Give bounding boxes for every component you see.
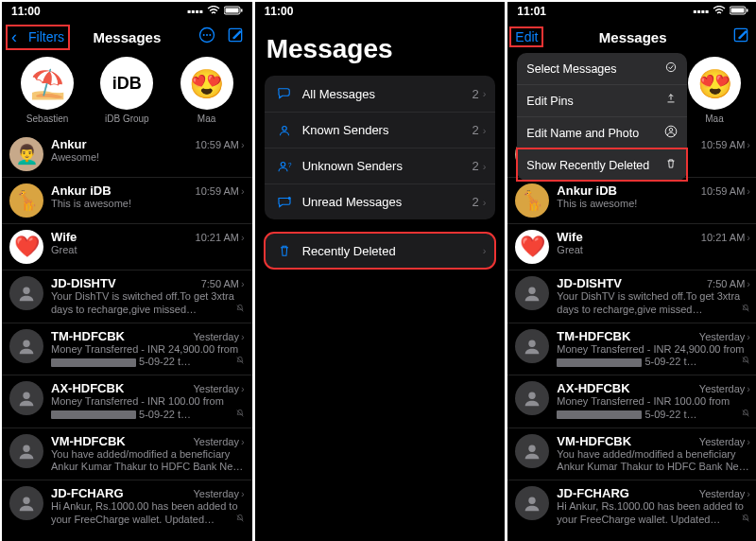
status-bar: 11:00 ▪▪▪▪ bbox=[2, 2, 252, 21]
status-time: 11:01 bbox=[517, 5, 546, 18]
edit-button[interactable]: Edit bbox=[509, 26, 543, 47]
conversation-row[interactable]: JD-FCHARGYesterday ›Hi Ankur, Rs.1000.00… bbox=[2, 480, 252, 532]
conversation-row[interactable]: JD-DISHTV7:50 AM ›Your DishTV is switche… bbox=[2, 270, 252, 323]
conversation-row[interactable]: AX-HDFCBKYesterday ›Money Transferred - … bbox=[507, 375, 756, 428]
svg-rect-2 bbox=[241, 9, 243, 12]
conversation-time: Yesterday › bbox=[193, 436, 244, 447]
conversation-row[interactable]: ❤️Wife10:21 AM ›Great bbox=[507, 223, 756, 270]
filter-label: Known Senders bbox=[302, 123, 472, 137]
chevron-right-icon: › bbox=[747, 488, 750, 499]
conversation-row[interactable]: ❤️Wife10:21 AM ›Great bbox=[2, 223, 252, 270]
conversation-preview: Money Transferred - INR 24,900.00 from 5… bbox=[557, 343, 750, 370]
conversation-row[interactable]: 👨‍🦱Ankur10:59 AM ›Awesome! bbox=[2, 131, 252, 177]
filter-row[interactable]: ?Unknown Senders2› bbox=[265, 148, 496, 183]
menu-icon bbox=[664, 61, 678, 77]
conversation-body: JD-FCHARGYesterday ›Hi Ankur, Rs.1000.00… bbox=[557, 486, 750, 527]
pinned-contact[interactable]: ⛱️Sebastien bbox=[21, 57, 74, 124]
svg-point-27 bbox=[529, 445, 536, 451]
recently-deleted-card[interactable]: Recently Deleted › bbox=[265, 233, 496, 269]
menu-item[interactable]: Edit Name and Photo bbox=[517, 116, 687, 148]
screen-messages-list: 11:00 ▪▪▪▪ ‹ Filters Messages bbox=[2, 2, 252, 541]
conversation-row[interactable]: TM-HDFCBKYesterday ›Money Transferred - … bbox=[507, 323, 756, 375]
contact-avatar: iDB bbox=[100, 57, 153, 110]
person-q-icon: ? bbox=[274, 158, 295, 175]
filter-count: 2 bbox=[472, 123, 478, 137]
conversation-body: JD-FCHARGYesterday ›Hi Ankur, Rs.1000.00… bbox=[51, 486, 245, 527]
svg-point-14 bbox=[281, 162, 285, 166]
chevron-right-icon: › bbox=[483, 125, 487, 136]
chevron-right-icon: › bbox=[483, 88, 487, 99]
contact-avatar: 😍 bbox=[688, 57, 741, 110]
chevron-right-icon: › bbox=[241, 139, 245, 150]
menu-item[interactable]: Show Recently Deleted bbox=[517, 148, 687, 181]
conversation-preview: Money Transferred - INR 24,900.00 from 5… bbox=[51, 343, 245, 370]
conversation-preview: Great bbox=[51, 244, 245, 257]
status-time: 11:00 bbox=[265, 5, 294, 18]
conversation-body: Wife10:21 AM ›Great bbox=[557, 230, 750, 257]
compose-button[interactable] bbox=[731, 26, 750, 48]
menu-item[interactable]: Select Messages bbox=[517, 53, 687, 84]
battery-icon bbox=[730, 5, 748, 18]
menu-item[interactable]: Edit Pins bbox=[517, 84, 687, 116]
pinned-contact[interactable]: 😍 Maa bbox=[688, 57, 741, 124]
recently-deleted-label: Recently Deleted bbox=[302, 244, 483, 258]
filter-count: 2 bbox=[472, 159, 478, 173]
conversation-row[interactable]: JD-FCHARGYesterday ›Hi Ankur, Rs.1000.00… bbox=[507, 480, 756, 532]
contact-avatar: ⛱️ bbox=[21, 57, 74, 110]
conversation-time: 10:59 AM › bbox=[701, 185, 750, 197]
compose-button[interactable] bbox=[226, 26, 245, 48]
svg-rect-19 bbox=[747, 9, 748, 12]
conversation-row[interactable]: TM-HDFCBKYesterday ›Money Transferred - … bbox=[2, 323, 252, 375]
battery-icon bbox=[224, 5, 243, 18]
chevron-left-icon: ‹ bbox=[11, 27, 17, 47]
svg-point-11 bbox=[23, 445, 29, 451]
nav-bar: ‹ Filters Messages bbox=[2, 21, 252, 53]
conversation-body: Ankur iDB10:59 AM ›This is awesome! bbox=[557, 183, 750, 211]
conversation-name: VM-HDFCBK bbox=[557, 434, 631, 448]
pinned-contact[interactable]: iDBiDB Group bbox=[100, 57, 153, 124]
mute-icon bbox=[235, 409, 245, 422]
back-button[interactable]: ‹ Filters bbox=[6, 25, 70, 50]
conversation-body: Ankur10:59 AM ›Awesome! bbox=[51, 137, 245, 165]
svg-rect-18 bbox=[731, 9, 745, 13]
wifi-icon bbox=[207, 5, 220, 18]
svg-point-28 bbox=[529, 497, 536, 504]
conversation-row[interactable]: VM-HDFCBKYesterday ›You have added/modif… bbox=[507, 428, 756, 480]
chevron-right-icon: › bbox=[747, 436, 750, 447]
conversation-body: JD-DISHTV7:50 AM ›Your DishTV is switche… bbox=[51, 276, 245, 317]
mute-icon bbox=[235, 304, 245, 317]
back-label: Filters bbox=[28, 29, 64, 44]
menu-icon bbox=[664, 93, 678, 109]
chevron-right-icon: › bbox=[241, 278, 245, 289]
person-icon bbox=[274, 122, 295, 139]
mute-icon bbox=[741, 356, 750, 369]
screen-filters: 11:00 Messages All Messages2›Known Sende… bbox=[255, 2, 506, 541]
more-button[interactable] bbox=[198, 26, 216, 48]
conversation-name: Wife bbox=[51, 230, 77, 244]
conversation-preview: Money Transferred - INR 100.00 from 5-09… bbox=[51, 395, 245, 422]
conversation-row[interactable]: AX-HDFCBKYesterday ›Money Transferred - … bbox=[2, 375, 252, 428]
contact-name: iDB Group bbox=[105, 113, 149, 124]
bubbles-icon bbox=[274, 85, 295, 102]
filter-row[interactable]: Known Senders2› bbox=[265, 112, 496, 148]
svg-point-26 bbox=[529, 393, 536, 399]
conversation-body: AX-HDFCBKYesterday ›Money Transferred - … bbox=[557, 381, 750, 422]
trash-icon bbox=[274, 243, 295, 258]
wifi-icon bbox=[713, 5, 726, 18]
conversation-row[interactable]: JD-DISHTV7:50 AM ›Your DishTV is switche… bbox=[507, 270, 756, 323]
menu-icon bbox=[664, 125, 678, 141]
conversation-row[interactable]: 🦒Ankur iDB10:59 AM ›This is awesome! bbox=[2, 177, 252, 223]
pinned-contact[interactable]: 😍Maa bbox=[180, 57, 233, 124]
contact-name: Maa bbox=[705, 113, 723, 124]
conversation-name: JD-DISHTV bbox=[557, 276, 622, 290]
filter-row[interactable]: Unread Messages2› bbox=[265, 183, 496, 219]
svg-point-22 bbox=[670, 129, 674, 132]
conversation-name: JD-FCHARG bbox=[51, 486, 124, 500]
conversation-preview: You have added/modified a beneficiary An… bbox=[557, 448, 750, 475]
conversation-row[interactable]: VM-HDFCBKYesterday ›You have added/modif… bbox=[2, 428, 252, 480]
menu-icon bbox=[664, 157, 678, 173]
conversation-time: Yesterday › bbox=[699, 331, 750, 342]
conversation-name: Wife bbox=[557, 230, 582, 244]
conversation-row[interactable]: 🦒Ankur iDB10:59 AM ›This is awesome! bbox=[507, 177, 756, 223]
filter-row[interactable]: All Messages2› bbox=[265, 76, 496, 112]
